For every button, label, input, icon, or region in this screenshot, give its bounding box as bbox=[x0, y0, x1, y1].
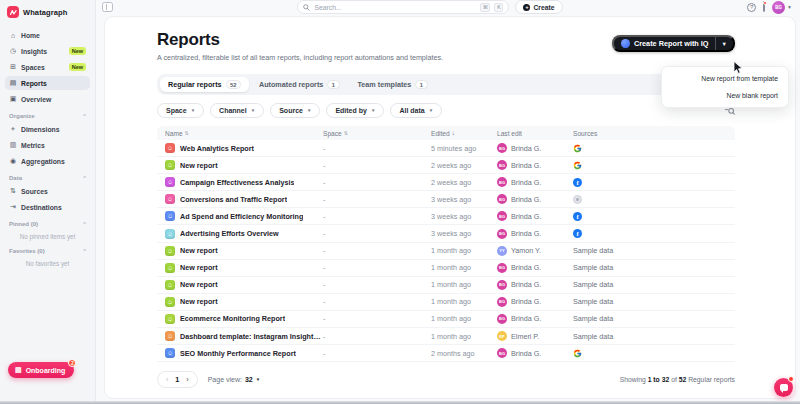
report-name[interactable]: New report bbox=[180, 246, 218, 255]
current-page[interactable]: 1 bbox=[175, 375, 179, 384]
edited-cell: 3 weeks ago bbox=[431, 195, 497, 204]
table-row[interactable]: ☺ Dashboard template: Instagram Insights… bbox=[157, 328, 735, 345]
column-header[interactable]: Name ⇅ bbox=[165, 130, 323, 137]
edited-cell: 3 weeks ago bbox=[431, 212, 497, 221]
prev-page-icon[interactable]: ‹ bbox=[166, 376, 168, 383]
column-header[interactable]: Space ⇅ bbox=[323, 130, 431, 137]
column-header[interactable]: Last edit bbox=[497, 130, 573, 137]
report-name[interactable]: Conversions and Traffic Report bbox=[180, 195, 287, 204]
sort-icon[interactable]: ⇅ bbox=[185, 130, 189, 136]
table-row[interactable]: ☺ New report - 1 month ago BG Brinda G. … bbox=[157, 260, 735, 277]
onboarding-badge: 2 bbox=[68, 359, 76, 367]
report-name[interactable]: Ecommerce Monitoring Report bbox=[180, 314, 285, 323]
report-tab[interactable]: Team templates 1 bbox=[350, 77, 436, 92]
create-button[interactable]: + Create bbox=[515, 0, 562, 14]
last-edit-cell: BG Brinda G. bbox=[497, 211, 573, 221]
nav-item-label: Dimensions bbox=[21, 126, 60, 133]
search-input[interactable]: Search... ⌘ K bbox=[297, 0, 509, 14]
collapse-caret-icon[interactable]: ^ bbox=[83, 175, 86, 181]
report-name-cell: ☺ New report bbox=[165, 246, 323, 256]
tab-count-badge: 52 bbox=[226, 80, 241, 89]
report-tab[interactable]: Automated reports 1 bbox=[251, 77, 348, 92]
collapse-caret-icon[interactable]: ^ bbox=[83, 221, 86, 227]
new-badge: New bbox=[69, 63, 86, 71]
report-name[interactable]: Campaign Effectiveness Analysis bbox=[180, 178, 294, 187]
report-name[interactable]: Dashboard template: Instagram Insights O… bbox=[180, 332, 323, 341]
chat-button[interactable] bbox=[774, 378, 793, 397]
column-header[interactable]: Sources bbox=[573, 130, 727, 137]
whatagraph-logo-icon[interactable] bbox=[7, 6, 19, 18]
report-name[interactable]: Web Analytics Report bbox=[180, 144, 254, 153]
sidebar-nav-item[interactable]: ⊞ Spaces New bbox=[5, 60, 90, 74]
filter-pill[interactable]: Channel ▼ bbox=[210, 103, 264, 118]
filter-pill[interactable]: Space ▼ bbox=[157, 103, 204, 118]
sort-icon[interactable]: ⇅ bbox=[344, 130, 348, 136]
sidebar-nav-item[interactable]: ⌖ Dimensions bbox=[5, 122, 90, 136]
collapse-caret-icon[interactable]: ^ bbox=[83, 113, 86, 119]
sidebar-nav-item[interactable]: ◉ Aggregations bbox=[5, 154, 90, 168]
table-row[interactable]: ☺ New report - 1 month ago BG Brinda G. … bbox=[157, 294, 735, 311]
sidebar-nav-item[interactable]: ◷ Insights New bbox=[5, 44, 90, 58]
report-name[interactable]: Ad Spend and Efficiency Monitoring bbox=[180, 212, 303, 221]
create-report-iq-button[interactable]: Create Report with IQ ▼ bbox=[612, 35, 735, 52]
sidebar-nav-item[interactable]: ⇥ Destinations bbox=[5, 200, 90, 214]
sidebar-nav-item[interactable]: ⇅ Sources bbox=[5, 184, 90, 198]
filter-pill[interactable]: All data ▼ bbox=[390, 103, 442, 118]
tab-count-badge: 1 bbox=[327, 80, 339, 89]
next-page-icon[interactable]: › bbox=[186, 376, 188, 383]
filter-pill[interactable]: Edited by ▼ bbox=[326, 103, 384, 118]
report-tab[interactable]: Regular reports 52 bbox=[160, 77, 249, 92]
section-header[interactable]: Data ^ bbox=[5, 175, 90, 181]
edited-cell: 1 month ago bbox=[431, 314, 497, 323]
help-icon[interactable]: ? bbox=[747, 3, 756, 12]
report-name[interactable]: New report bbox=[180, 161, 218, 170]
page-view-select[interactable]: Page view: 32 ▼ bbox=[208, 376, 261, 383]
last-edit-cell: BG Brinda G. bbox=[497, 177, 573, 187]
page-view-value[interactable]: 32 bbox=[245, 376, 253, 383]
onboarding-button[interactable]: ▤ Onboarding 2 bbox=[8, 362, 74, 378]
chevron-down-icon: ▼ bbox=[429, 108, 433, 113]
report-name[interactable]: New report bbox=[180, 297, 218, 306]
dropdown-menu-item[interactable]: New report from template bbox=[662, 70, 788, 87]
report-name[interactable]: Advertising Efforts Overview bbox=[180, 229, 279, 238]
edited-cell: 1 month ago bbox=[431, 297, 497, 306]
report-name[interactable]: New report bbox=[180, 263, 218, 272]
favorites-title: Favorites (0) bbox=[9, 248, 45, 254]
user-menu[interactable]: BG ▼ bbox=[772, 1, 792, 14]
table-row[interactable]: ☺ New report - 2 weeks ago BG Brinda G. bbox=[157, 157, 735, 174]
column-label: Sources bbox=[573, 130, 597, 137]
editor-name: Brinda G. bbox=[511, 161, 541, 170]
nav-item-label: Aggregations bbox=[21, 158, 65, 165]
report-name[interactable]: New report bbox=[180, 280, 218, 289]
table-row[interactable]: ☺ Ad Spend and Efficiency Monitoring - 3… bbox=[157, 208, 735, 225]
report-name-cell: ☺ Conversions and Traffic Report bbox=[165, 194, 323, 204]
table-row[interactable]: ☺ Campaign Effectiveness Analysis - 2 we… bbox=[157, 174, 735, 191]
collapse-caret-icon[interactable]: ^ bbox=[83, 248, 86, 254]
favorites-header[interactable]: Favorites (0) ^ bbox=[5, 248, 90, 254]
sidebar-header: Whatagraph bbox=[0, 2, 95, 22]
sort-icon[interactable]: ↓ bbox=[452, 130, 455, 136]
table-row[interactable]: ☺ New report - 1 month ago YY Yamon Y. S… bbox=[157, 243, 735, 260]
sidebar-nav-item[interactable]: ⌂ Home bbox=[5, 28, 90, 42]
table-row[interactable]: ☺ Advertising Efforts Overview - 3 weeks… bbox=[157, 225, 735, 242]
iq-dropdown-caret-icon[interactable]: ▼ bbox=[716, 41, 733, 47]
table-row[interactable]: ☺ Ecommerce Monitoring Report - 1 month … bbox=[157, 311, 735, 328]
table-row[interactable]: ☺ Conversions and Traffic Report - 3 wee… bbox=[157, 191, 735, 208]
sidebar-collapse-icon[interactable] bbox=[102, 2, 113, 12]
avatar[interactable]: BG bbox=[772, 1, 785, 14]
column-header[interactable]: Edited ↓ bbox=[431, 130, 497, 137]
table-row[interactable]: ☺ New report - 1 month ago BG Brinda G. … bbox=[157, 277, 735, 294]
filter-pill[interactable]: Source ▼ bbox=[270, 103, 320, 118]
section-header[interactable]: Organize ^ bbox=[5, 113, 90, 119]
dropdown-menu-item[interactable]: New blank report bbox=[662, 87, 788, 104]
report-name[interactable]: SEO Monthly Performance Report bbox=[180, 349, 296, 358]
table-row[interactable]: ☺ Web Analytics Report - 5 minutes ago B… bbox=[157, 140, 735, 157]
sidebar-nav-item[interactable]: ▣ Overview bbox=[5, 92, 90, 106]
table-row[interactable]: ☺ SEO Monthly Performance Report - 2 mon… bbox=[157, 345, 735, 362]
sidebar-nav-item[interactable]: ▥ Metrics bbox=[5, 138, 90, 152]
notifications-icon[interactable] bbox=[763, 3, 765, 11]
generic-source-icon bbox=[573, 195, 582, 204]
sources-cell: Sample data bbox=[573, 314, 727, 323]
pinned-header[interactable]: Pinned (0) ^ bbox=[5, 221, 90, 227]
sidebar-nav-item[interactable]: ▤ Reports bbox=[5, 76, 90, 90]
